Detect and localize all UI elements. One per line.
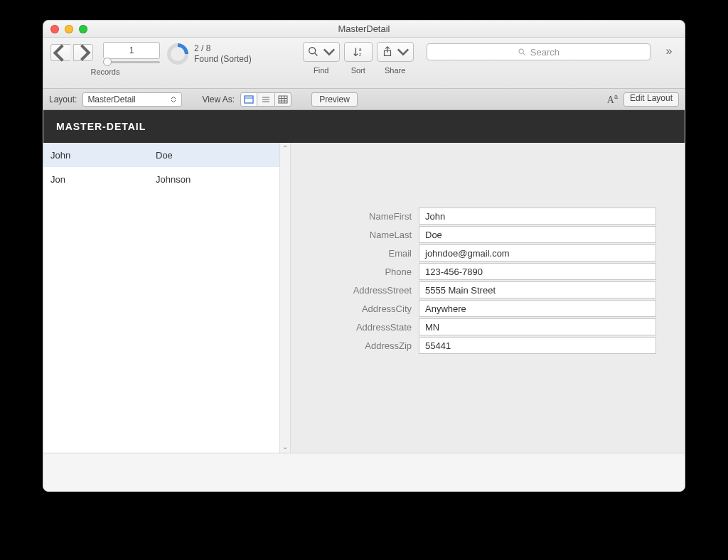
- found-sorted: Found (Sorted): [194, 54, 252, 65]
- next-record-button[interactable]: [73, 44, 93, 61]
- field-input[interactable]: johndoe@gmail.com: [419, 244, 656, 262]
- field-label: NameFirst: [305, 211, 419, 222]
- view-table-button[interactable]: [274, 92, 291, 107]
- search-icon: [518, 48, 527, 57]
- search-input[interactable]: Search: [427, 43, 651, 60]
- field-row: AddressZip55441: [305, 336, 656, 355]
- share-button[interactable]: [377, 42, 414, 62]
- found-pie-icon[interactable]: [167, 43, 188, 65]
- scroll-down-icon[interactable]: ⌄: [280, 441, 290, 453]
- field-label: AddressCity: [305, 303, 419, 314]
- field-row: AddressStreet5555 Main Street: [305, 281, 656, 299]
- field-row: AddressStateMN: [305, 318, 656, 336]
- found-count: 2 / 8: [194, 43, 252, 54]
- window-title: MasterDetail: [43, 23, 685, 34]
- view-form-button[interactable]: [240, 92, 257, 107]
- page-title: MASTER-DETAIL: [56, 121, 146, 132]
- sort-button[interactable]: az: [344, 42, 373, 62]
- master-list: JohnDoeJonJohnson: [43, 143, 279, 453]
- field-input[interactable]: Doe: [419, 226, 656, 243]
- field-input[interactable]: 5555 Main Street: [419, 281, 656, 298]
- field-input[interactable]: 55441: [419, 337, 656, 354]
- viewas-label: View As:: [202, 95, 235, 104]
- preview-button[interactable]: Preview: [311, 92, 358, 107]
- field-input[interactable]: 123-456-7890: [419, 263, 656, 280]
- master-first: John: [43, 150, 156, 161]
- app-window: MasterDetail 1 Records: [43, 20, 685, 492]
- scroll-up-icon[interactable]: ⌃: [280, 143, 290, 154]
- field-label: AddressStreet: [305, 285, 419, 296]
- master-scrollbar[interactable]: ⌃ ⌄: [279, 143, 291, 453]
- find-button[interactable]: [303, 42, 340, 62]
- field-label: NameLast: [305, 230, 419, 240]
- svg-rect-9: [245, 96, 253, 103]
- footer: [43, 453, 685, 492]
- text-format-icon[interactable]: Aa: [607, 93, 618, 106]
- slider-thumb-icon[interactable]: [103, 58, 112, 66]
- field-input[interactable]: John: [419, 208, 656, 225]
- view-list-button[interactable]: [257, 92, 274, 107]
- master-last: Johnson: [156, 174, 279, 185]
- toolbar: 1 Records 2 / 8 Found (Sorted) Find: [43, 38, 685, 89]
- field-row: AddressCityAnywhere: [305, 299, 656, 318]
- field-input[interactable]: Anywhere: [419, 300, 656, 317]
- share-group: Share: [377, 42, 414, 75]
- chevron-updown-icon: [170, 96, 177, 103]
- records-group: 1 Records: [50, 42, 160, 76]
- find-group: Find: [303, 42, 340, 75]
- svg-rect-14: [279, 96, 287, 103]
- content-area: JohnDoeJonJohnson ⌃ ⌄ NameFirstJohnNameL…: [43, 143, 685, 453]
- layoutbar: Layout: MasterDetail View As: Preview Aa…: [43, 89, 685, 110]
- svg-line-8: [523, 53, 525, 55]
- field-row: Phone123-456-7890: [305, 262, 656, 281]
- svg-point-7: [519, 48, 524, 53]
- found-status: 2 / 8 Found (Sorted): [194, 43, 252, 65]
- svg-line-1: [315, 53, 318, 56]
- layout-label: Layout:: [49, 95, 77, 104]
- field-input[interactable]: MN: [419, 318, 656, 335]
- field-row: Emailjohndoe@gmail.com: [305, 244, 656, 262]
- sort-label: Sort: [351, 66, 365, 75]
- share-label: Share: [385, 66, 405, 75]
- field-label: Email: [305, 248, 419, 259]
- master-first: Jon: [43, 174, 156, 185]
- edit-layout-button[interactable]: Edit Layout: [623, 92, 679, 107]
- svg-point-0: [309, 48, 315, 54]
- layout-select[interactable]: MasterDetail: [82, 92, 182, 107]
- field-label: Phone: [305, 266, 419, 277]
- sort-group: az Sort: [344, 42, 373, 75]
- record-slider[interactable]: [103, 61, 160, 63]
- svg-text:a: a: [359, 47, 362, 52]
- find-label: Find: [314, 66, 328, 75]
- overflow-button[interactable]: »: [660, 45, 678, 58]
- record-number-input[interactable]: 1: [103, 42, 160, 59]
- prev-record-button[interactable]: [50, 44, 70, 61]
- master-row[interactable]: JonJohnson: [43, 167, 279, 191]
- titlebar: MasterDetail: [43, 21, 685, 38]
- search-placeholder: Search: [530, 47, 560, 58]
- records-label: Records: [91, 68, 120, 76]
- svg-text:z: z: [359, 52, 361, 57]
- field-label: AddressState: [305, 322, 419, 333]
- layout-select-value: MasterDetail: [87, 95, 135, 104]
- field-row: NameLastDoe: [305, 225, 656, 244]
- master-last: Doe: [156, 150, 279, 161]
- field-row: NameFirstJohn: [305, 207, 656, 225]
- field-label: AddressZip: [305, 340, 419, 351]
- page-header: MASTER-DETAIL: [43, 110, 685, 143]
- master-row[interactable]: JohnDoe: [43, 143, 279, 167]
- detail-pane: NameFirstJohnNameLastDoeEmailjohndoe@gma…: [291, 143, 685, 453]
